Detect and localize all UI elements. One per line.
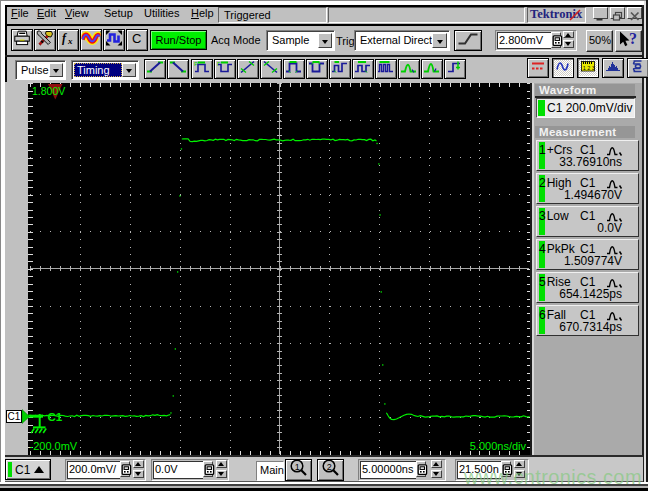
svg-text:?: ?: [629, 29, 637, 46]
svg-text:C: C: [132, 31, 141, 46]
svg-text:1 2 3: 1 2 3: [583, 65, 595, 71]
svg-text:-200.0mV: -200.0mV: [30, 440, 78, 452]
svg-text:x: x: [67, 36, 73, 46]
svg-text:f: f: [62, 31, 67, 45]
svg-text:50%: 50%: [589, 34, 611, 46]
svg-text:5.000ns/div: 5.000ns/div: [470, 440, 527, 452]
svg-text:1: 1: [294, 462, 299, 472]
svg-text:2: 2: [326, 462, 331, 472]
svg-text:1.800V: 1.800V: [32, 85, 65, 97]
svg-text:C1: C1: [48, 411, 63, 423]
